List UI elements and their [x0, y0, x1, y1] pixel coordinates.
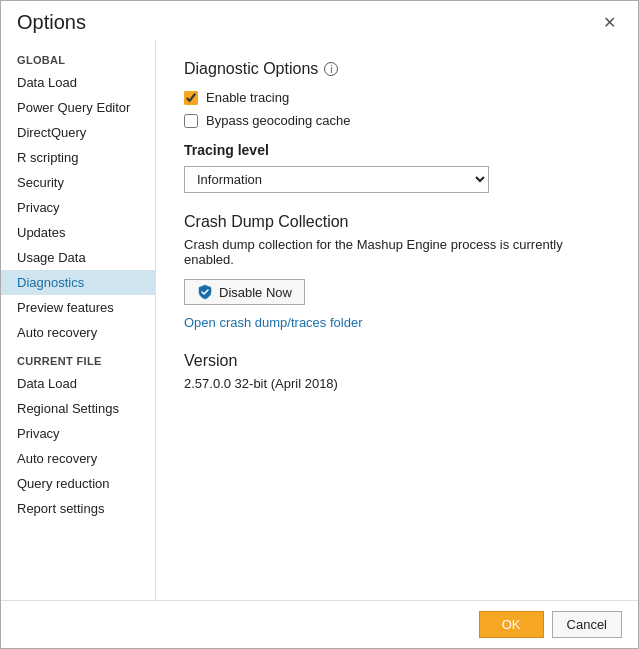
sidebar-item-diagnostics[interactable]: Diagnostics [1, 270, 155, 295]
sidebar-item-cf-data-load[interactable]: Data Load [1, 371, 155, 396]
sidebar-item-cf-query-reduction[interactable]: Query reduction [1, 471, 155, 496]
global-section-label: GLOBAL [1, 44, 155, 70]
current-file-section-label: CURRENT FILE [1, 345, 155, 371]
sidebar-item-data-load[interactable]: Data Load [1, 70, 155, 95]
sidebar-item-r-scripting[interactable]: R scripting [1, 145, 155, 170]
version-text: 2.57.0.0 32-bit (April 2018) [184, 376, 610, 391]
enable-tracing-row: Enable tracing [184, 90, 610, 105]
open-folder-row: Open crash dump/traces folder [184, 315, 610, 330]
enable-tracing-label: Enable tracing [206, 90, 289, 105]
sidebar: GLOBAL Data Load Power Query Editor Dire… [1, 40, 156, 600]
bypass-geocoding-checkbox[interactable] [184, 114, 198, 128]
sidebar-item-cf-auto-recovery[interactable]: Auto recovery [1, 446, 155, 471]
tracing-level-select[interactable]: Information Verbose Warning Error [184, 166, 489, 193]
info-icon: i [324, 62, 338, 76]
ok-button[interactable]: OK [479, 611, 544, 638]
tracing-level-label: Tracing level [184, 142, 610, 158]
sidebar-item-security[interactable]: Security [1, 170, 155, 195]
dialog-footer: OK Cancel [1, 600, 638, 648]
tracing-level-row: Information Verbose Warning Error [184, 166, 610, 193]
sidebar-item-usage-data[interactable]: Usage Data [1, 245, 155, 270]
bypass-geocoding-label: Bypass geocoding cache [206, 113, 351, 128]
titlebar: Options ✕ [1, 1, 638, 40]
shield-icon [197, 284, 213, 300]
crash-dump-desc: Crash dump collection for the Mashup Eng… [184, 237, 610, 267]
sidebar-item-cf-regional-settings[interactable]: Regional Settings [1, 396, 155, 421]
close-button[interactable]: ✕ [597, 11, 622, 34]
sidebar-item-updates[interactable]: Updates [1, 220, 155, 245]
sidebar-item-power-query-editor[interactable]: Power Query Editor [1, 95, 155, 120]
cancel-button[interactable]: Cancel [552, 611, 622, 638]
version-title: Version [184, 352, 610, 370]
bypass-geocoding-row: Bypass geocoding cache [184, 113, 610, 128]
dialog-title: Options [17, 11, 86, 34]
crash-dump-title: Crash Dump Collection [184, 213, 610, 231]
sidebar-item-auto-recovery-global[interactable]: Auto recovery [1, 320, 155, 345]
disable-now-button[interactable]: Disable Now [184, 279, 305, 305]
sidebar-item-direct-query[interactable]: DirectQuery [1, 120, 155, 145]
sidebar-item-cf-report-settings[interactable]: Report settings [1, 496, 155, 521]
enable-tracing-checkbox[interactable] [184, 91, 198, 105]
dialog-body: GLOBAL Data Load Power Query Editor Dire… [1, 40, 638, 600]
sidebar-item-cf-privacy[interactable]: Privacy [1, 421, 155, 446]
open-crash-dump-link[interactable]: Open crash dump/traces folder [184, 315, 362, 330]
options-dialog: Options ✕ GLOBAL Data Load Power Query E… [0, 0, 639, 649]
main-content: Diagnostic Options i Enable tracing Bypa… [156, 40, 638, 600]
sidebar-item-preview-features[interactable]: Preview features [1, 295, 155, 320]
sidebar-item-privacy[interactable]: Privacy [1, 195, 155, 220]
diagnostic-title: Diagnostic Options i [184, 60, 610, 78]
